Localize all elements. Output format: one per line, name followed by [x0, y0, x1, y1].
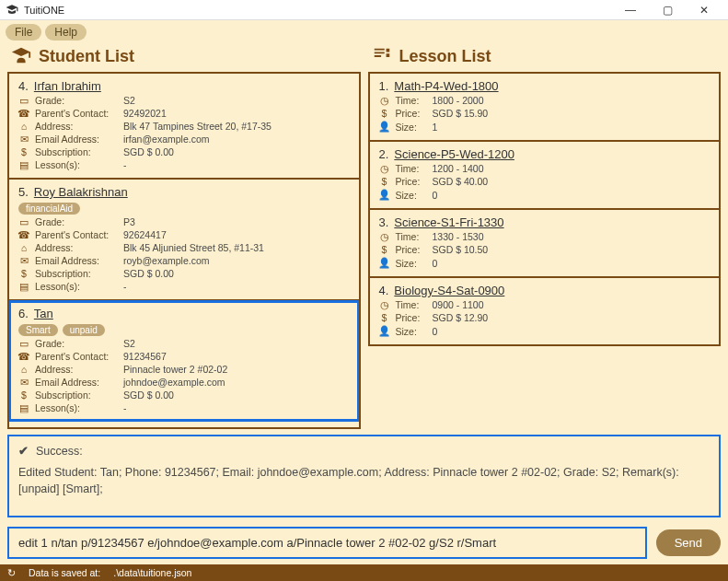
phone-icon: ☎: [18, 108, 29, 119]
grade-label: Grade:: [35, 338, 118, 349]
size-value: 0: [433, 190, 515, 201]
student-card[interactable]: 6. Tan Smartunpaid ▭Grade:S2 ☎Parent's C…: [9, 301, 359, 421]
home-icon: ⌂: [18, 364, 29, 375]
send-button[interactable]: Send: [656, 529, 721, 556]
tag: financialAid: [18, 203, 80, 215]
time-value: 1330 - 1530: [433, 231, 515, 242]
time-label: Time:: [396, 231, 427, 242]
maximize-button[interactable]: ▢: [649, 0, 686, 20]
parent-contact-label: Parent's Contact:: [35, 108, 118, 119]
lesson-card[interactable]: 4. Biology-S4-Sat-0900 ◷Time:0900 - 1100…: [370, 278, 720, 344]
price-label: Price:: [396, 244, 427, 255]
student-list-title: Student List: [39, 47, 134, 66]
lesson-index: 2.: [379, 147, 389, 161]
grade-label: Grade:: [35, 216, 118, 227]
subscription-value: SGD $ 0.00: [123, 389, 350, 401]
price-label: Price:: [396, 108, 427, 119]
parent-contact-label: Parent's Contact:: [35, 351, 118, 362]
mail-icon: ✉: [18, 255, 29, 266]
lesson-card[interactable]: 3. Science-S1-Fri-1330 ◷Time:1330 - 1530…: [370, 210, 720, 278]
result-box: ✔ Success: Edited Student: Tan; Phone: 9…: [7, 435, 721, 517]
subscription-label: Subscription:: [35, 268, 118, 279]
lesson-icon: [372, 46, 392, 66]
lesson-count-icon: ▤: [18, 159, 29, 170]
phone-icon: ☎: [18, 351, 29, 362]
status-label: Data is saved at:: [29, 567, 100, 578]
student-list[interactable]: 4. Irfan Ibrahim ▭Grade:S2 ☎Parent's Con…: [7, 74, 361, 429]
lessons-label: Lesson(s):: [35, 281, 118, 292]
address-value: Blk 45 Aljunied Street 85, #11-31: [123, 242, 350, 253]
result-body: Edited Student: Tan; Phone: 91234567; Em…: [18, 465, 710, 497]
lesson-name: Biology-S4-Sat-0900: [394, 284, 504, 297]
size-value: 1: [433, 122, 515, 133]
price-value: SGD $ 15.90: [433, 108, 515, 119]
address-label: Address:: [35, 121, 118, 132]
size-label: Size:: [396, 258, 427, 269]
book-icon: ▭: [18, 338, 29, 349]
app-icon: [6, 4, 18, 17]
minimize-button[interactable]: —: [612, 0, 649, 20]
status-path: .\data\tuitione.json: [113, 567, 191, 578]
titlebar: TuitiONE — ▢ ✕: [0, 0, 728, 20]
parent-contact-label: Parent's Contact:: [35, 229, 118, 240]
student-list-header: Student List: [7, 44, 361, 74]
book-icon: ▭: [18, 216, 29, 227]
price-value: SGD $ 10.50: [433, 244, 515, 255]
student-index: 6.: [18, 307, 29, 320]
subscription-value: SGD $ 0.00: [123, 268, 350, 279]
person-icon: 👤: [379, 189, 390, 201]
menubar: File Help: [0, 20, 728, 44]
home-icon: ⌂: [18, 121, 29, 132]
lesson-index: 4.: [379, 284, 389, 297]
lesson-card[interactable]: 1. Math-P4-Wed-1800 ◷Time:1800 - 2000 $P…: [370, 74, 720, 142]
lesson-count-icon: ▤: [18, 281, 29, 292]
student-card[interactable]: 4. Irfan Ibrahim ▭Grade:S2 ☎Parent's Con…: [9, 74, 359, 180]
address-value: Blk 47 Tampines Street 20, #17-35: [123, 121, 350, 132]
success-icon: ✔: [18, 444, 29, 458]
clock-icon: ◷: [379, 163, 390, 174]
parent-contact-value: 92624417: [123, 229, 350, 240]
help-menu[interactable]: Help: [45, 24, 87, 41]
student-index: 4.: [18, 79, 29, 93]
student-card[interactable]: 5. Roy Balakrishnan financialAid ▭Grade:…: [9, 180, 359, 301]
time-label: Time:: [396, 163, 427, 174]
command-input[interactable]: [7, 527, 647, 559]
grade-value: S2: [123, 338, 350, 349]
email-label: Email Address:: [35, 377, 118, 388]
lessons-value: -: [123, 281, 350, 292]
email-value: johndoe@example.com: [123, 377, 350, 388]
mail-icon: ✉: [18, 377, 29, 388]
lesson-pane: Lesson List 1. Math-P4-Wed-1800 ◷Time:18…: [368, 44, 722, 429]
parent-contact-value: 92492021: [123, 108, 350, 119]
subscription-label: Subscription:: [35, 389, 118, 401]
student-index: 5.: [18, 185, 29, 199]
grade-label: Grade:: [35, 95, 118, 106]
email-value: royb@example.com: [123, 255, 350, 266]
time-value: 1200 - 1400: [433, 163, 515, 174]
person-icon: 👤: [379, 121, 390, 133]
tag: unpaid: [63, 324, 105, 336]
dollar-icon: $: [18, 268, 29, 279]
time-value: 0900 - 1100: [433, 299, 515, 310]
student-pane: Student List 4. Irfan Ibrahim ▭Grade:S2 …: [7, 44, 361, 429]
subscription-label: Subscription:: [35, 146, 118, 157]
lesson-name: Science-P5-Wed-1200: [394, 147, 514, 161]
price-icon: $: [379, 176, 390, 187]
window-title: TuitiONE: [24, 5, 612, 16]
price-icon: $: [379, 244, 390, 255]
email-label: Email Address:: [35, 255, 118, 266]
student-name: Roy Balakrishnan: [34, 185, 128, 199]
lesson-card[interactable]: 2. Science-P5-Wed-1200 ◷Time:1200 - 1400…: [370, 142, 720, 210]
student-icon: [11, 46, 31, 66]
address-label: Address:: [35, 242, 118, 253]
subscription-value: SGD $ 0.00: [123, 146, 350, 157]
price-label: Price:: [396, 312, 427, 323]
lessons-value: -: [123, 159, 350, 170]
price-icon: $: [379, 312, 390, 323]
file-menu[interactable]: File: [6, 24, 41, 41]
book-icon: ▭: [18, 95, 29, 106]
close-button[interactable]: ✕: [686, 0, 722, 20]
parent-contact-value: 91234567: [123, 351, 350, 362]
address-label: Address:: [35, 364, 118, 375]
lesson-list[interactable]: 1. Math-P4-Wed-1800 ◷Time:1800 - 2000 $P…: [368, 74, 722, 346]
